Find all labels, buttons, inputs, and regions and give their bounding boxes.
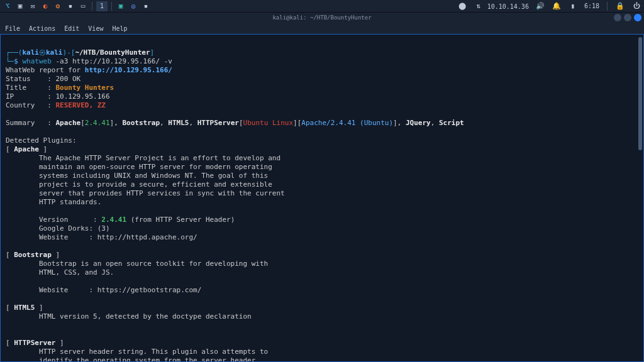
plugin-apache-head: [ Apache ] — [6, 145, 47, 153]
status-value: 200 OK — [55, 75, 80, 83]
detected-plugins: Detected Plugins: — [6, 136, 77, 145]
sum-html5: HTML5 — [168, 119, 189, 127]
recorder-icon[interactable]: ⬤ — [457, 1, 467, 11]
bootstrap-d2: HTML, CSS, and JS. — [6, 268, 114, 277]
bootstrap-site: Website : https://getbootstrap.com/ — [6, 286, 201, 294]
httpserver-d2: identify the operating system from the s… — [6, 356, 260, 361]
s: , — [114, 119, 122, 127]
report-url: http://10.129.95.166/ — [85, 66, 172, 74]
country-label: Country : — [6, 101, 55, 109]
apache-site: Website : http://httpd.apache.org/ — [6, 233, 197, 241]
browser-icon[interactable]: ◐ — [40, 1, 50, 11]
window-title: kali@kali: ~/HTB/BountyHunter — [272, 14, 371, 21]
apache-d6: HTTP standards. — [6, 198, 101, 206]
title-value: Bounty Hunters — [55, 84, 114, 92]
s: , — [431, 119, 439, 127]
prompt-line1: ┌──(kali㉿kali)-[~/HTB/BountyHunter] — [6, 48, 154, 57]
menu-edit[interactable]: Edit — [64, 25, 79, 32]
notification-icon[interactable]: 🔔 — [552, 1, 562, 11]
sum-apache: Apache — [55, 119, 80, 127]
ip-label: IP : — [6, 92, 55, 101]
terminal-menubar: File Actions Edit View Help — [0, 23, 644, 34]
plugin-html5-head: [ HTML5 ] — [6, 304, 43, 312]
sum-bootstrap: Bootstrap — [122, 119, 160, 127]
b: ] — [393, 119, 397, 127]
terminal[interactable]: ┌──(kali㉿kali)-[~/HTB/BountyHunter] └─$ … — [1, 35, 643, 361]
separator — [607, 2, 608, 11]
maximize-button[interactable] — [624, 14, 631, 21]
ip-text: 10.10.14.36 — [487, 3, 529, 9]
b: ][ — [293, 119, 301, 127]
clock[interactable]: 6:18 — [584, 3, 599, 9]
s: , — [397, 119, 406, 127]
summary-label: Summary : — [6, 119, 55, 127]
sum-httpserver: HTTPServer — [197, 119, 239, 127]
files-icon[interactable]: ▣ — [15, 1, 25, 11]
volume-icon[interactable]: 🔊 — [535, 1, 545, 11]
menu-file[interactable]: File — [5, 25, 20, 32]
httpserver-d1: HTTP server header string. This plugin a… — [6, 348, 268, 356]
window-titlebar: kali@kali: ~/HTB/BountyHunter — [0, 13, 644, 23]
scrollbar[interactable] — [638, 37, 642, 150]
apache-d3: systems including UNIX and Windows NT. T… — [6, 172, 268, 180]
cmd-args: -a3 http://10.129.95.166/ -v — [52, 57, 172, 65]
status-label: Status : — [6, 75, 55, 83]
separator — [92, 2, 92, 11]
apache-d1: The Apache HTTP Server Project is an eff… — [6, 154, 280, 162]
title-label: Title : — [6, 84, 55, 92]
editor-icon[interactable]: ▭ — [78, 1, 88, 11]
minimize-button[interactable] — [614, 14, 621, 21]
s: , — [160, 119, 168, 127]
report-line: WhatWeb report for — [6, 66, 85, 74]
b: [ — [239, 119, 243, 127]
taskbar-right: ⬤ ⇅ 10.10.14.36 🔊 🔔 ▮ 6:18 🔒 ⏻ — [457, 1, 641, 11]
apache-d4: project is to provide a secure, efficien… — [6, 180, 272, 189]
desktop-taskbar: ⌥ ▣ ✉ ◐ ❂ ▪ ▭ 1 ▣ ◎ ▪ ⬤ ⇅ 10.10.14.36 🔊 … — [0, 0, 644, 13]
separator — [111, 2, 112, 11]
menu-help[interactable]: Help — [112, 25, 127, 32]
sum-hs-os: Ubuntu Linux — [243, 119, 293, 127]
b: [ — [80, 119, 85, 127]
sum-jquery: JQuery — [406, 119, 431, 127]
network-ip[interactable]: ⇅ 10.10.14.36 — [474, 1, 529, 11]
menu-view[interactable]: View — [88, 25, 103, 32]
firefox-icon[interactable]: ❂ — [53, 1, 63, 11]
menu-actions[interactable]: Actions — [29, 25, 55, 32]
s: , — [189, 119, 197, 127]
terminal-frame: ┌──(kali㉿kali)-[~/HTB/BountyHunter] └─$ … — [0, 34, 644, 362]
sum-apache-ver: 2.4.41 — [85, 119, 110, 127]
running-app2-icon[interactable]: ◎ — [128, 1, 138, 11]
sum-script: Script — [439, 119, 464, 127]
html5-d1: HTML version 5, detected by the doctype … — [6, 312, 252, 321]
battery-icon[interactable]: ▮ — [568, 1, 578, 11]
running-app3-icon[interactable]: ▪ — [141, 1, 151, 11]
window-controls — [614, 14, 641, 21]
lock-icon[interactable]: 🔒 — [615, 1, 625, 11]
prompt-line2: └─$ — [6, 57, 18, 65]
country-value: RESERVED, ZZ — [55, 101, 105, 109]
terminal-icon[interactable]: ▪ — [65, 1, 75, 11]
plugin-httpserver-head: [ HTTPServer ] — [6, 339, 64, 347]
sum-hs-srv: Apache/2.4.41 (Ubuntu) — [301, 119, 393, 127]
kali-logo-icon[interactable]: ⌥ — [3, 1, 13, 11]
apache-d2: maintain an open-source HTTP server for … — [6, 163, 272, 171]
mail-icon[interactable]: ✉ — [28, 1, 38, 11]
close-button[interactable] — [634, 14, 641, 21]
apache-dorks: Google Dorks: (3) — [6, 224, 110, 233]
running-app-icon[interactable]: ▣ — [116, 1, 126, 11]
plugin-bootstrap-head: [ Bootstrap ] — [6, 251, 60, 259]
workspace-indicator[interactable]: 1 — [96, 1, 108, 11]
power-icon[interactable]: ⏻ — [631, 1, 641, 11]
ip-value: 10.129.95.166 — [55, 92, 109, 101]
apache-ver: Version : 2.4.41 (from HTTP Server Heade… — [6, 216, 235, 224]
bootstrap-d1: Bootstrap is an open source toolkit for … — [6, 260, 268, 268]
taskbar-left: ⌥ ▣ ✉ ◐ ❂ ▪ ▭ 1 ▣ ◎ ▪ — [3, 1, 151, 11]
network-icon: ⇅ — [474, 1, 484, 11]
cmd-bin: whatweb — [23, 57, 52, 65]
apache-d5: server that provides HTTP services in sy… — [6, 189, 285, 197]
